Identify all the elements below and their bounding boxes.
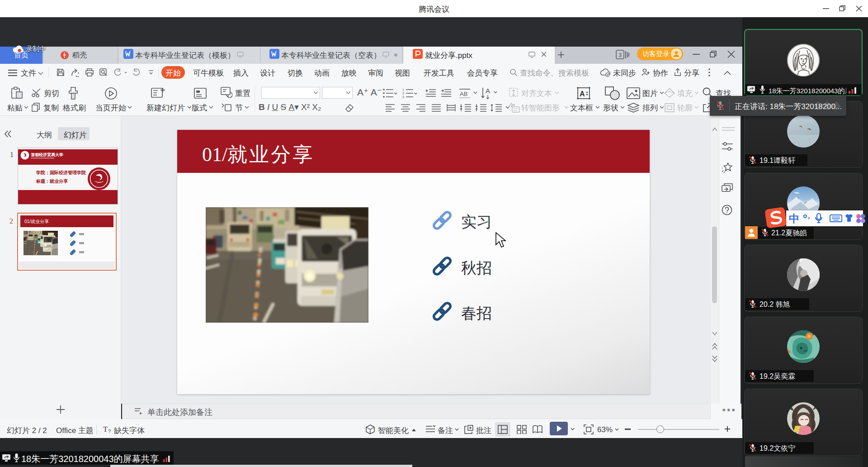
svg-text:A: A (580, 90, 585, 98)
svg-text:2: 2 (402, 92, 404, 95)
svg-text:1: 1 (402, 88, 404, 91)
svg-text:3: 3 (618, 52, 622, 58)
svg-text:学院：国际经济管理学院: 学院：国际经济管理学院 (36, 170, 86, 175)
svg-text:3: 3 (402, 95, 404, 99)
svg-text:首都经济贸易大学: 首都经济贸易大学 (31, 152, 63, 157)
svg-text:01/就业分享: 01/就业分享 (24, 219, 49, 224)
svg-text:T: T (103, 425, 108, 434)
svg-text:标题：就业分享: 标题：就业分享 (36, 179, 68, 184)
svg-text:AB: AB (460, 91, 467, 97)
svg-text:中: 中 (789, 213, 799, 224)
svg-text:?: ? (108, 429, 111, 434)
svg-text:A: A (486, 87, 490, 95)
